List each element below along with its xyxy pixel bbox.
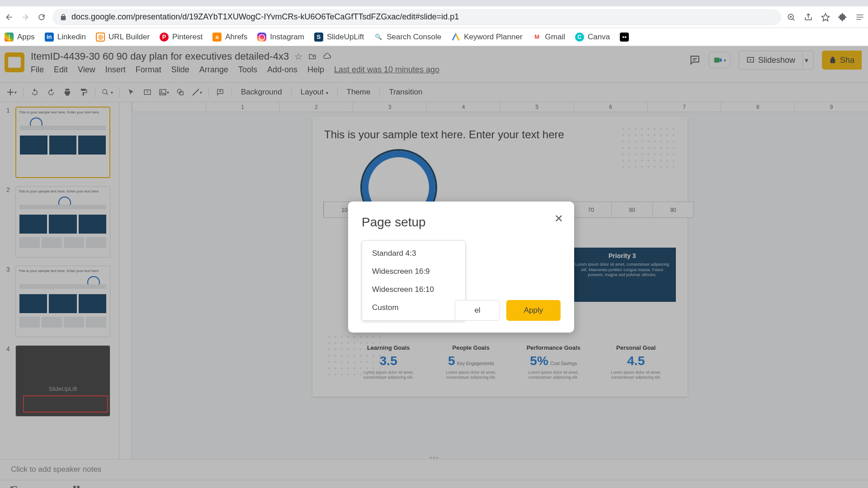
apps-icon: ⋮⋮⋮ (5, 33, 14, 42)
bookmark-slideuplift[interactable]: SSlideUpLift (314, 33, 364, 42)
pinterest-icon: P (160, 33, 169, 42)
keywordplanner-icon (451, 33, 460, 42)
bookmarks-bar: ⋮⋮⋮Apps inLinkedin ◎URL Builder PPintere… (0, 28, 868, 46)
apply-button[interactable]: Apply (506, 300, 561, 321)
dialog-title: Page setup (362, 215, 561, 230)
address-bar[interactable]: docs.google.com/presentation/d/19ZAYbT1X… (52, 9, 781, 25)
instagram-icon: ◯ (257, 33, 266, 42)
bookmark-pinterest[interactable]: PPinterest (160, 33, 203, 42)
medium-icon: •• (620, 33, 629, 42)
bookmark-ahrefs[interactable]: aAhrefs (212, 33, 247, 42)
urlbuilder-icon: ◎ (96, 33, 105, 42)
bookmark-searchconsole[interactable]: 🔍Search Console (374, 33, 441, 42)
bookmark-instagram[interactable]: ◯Instagram (257, 33, 304, 42)
lock-icon (60, 14, 67, 21)
reload-button[interactable] (36, 12, 47, 23)
linkedin-icon: in (45, 33, 54, 42)
bookmark-keywordplanner[interactable]: Keyword Planner (451, 33, 522, 42)
bookmark-medium[interactable]: •• (620, 33, 629, 42)
close-button[interactable]: ✕ (554, 212, 563, 225)
back-button[interactable] (4, 12, 14, 23)
share-url-icon[interactable] (804, 13, 813, 22)
page-setup-dialog: Page setup ✕ Standard 4:3 Widescreen 16:… (348, 202, 574, 333)
slideuplift-icon: S (314, 33, 323, 42)
option-standard-4-3[interactable]: Standard 4:3 (362, 244, 465, 263)
bookmark-urlbuilder[interactable]: ◎URL Builder (96, 33, 150, 42)
ahrefs-icon: a (212, 33, 222, 42)
forward-button[interactable] (20, 12, 31, 23)
bookmark-canva[interactable]: CCanva (575, 33, 610, 42)
canva-icon: C (575, 33, 584, 42)
option-widescreen-16-10[interactable]: Widescreen 16:10 (362, 281, 465, 299)
svg-line-1 (793, 19, 794, 20)
star-icon[interactable] (821, 13, 830, 22)
url-text: docs.google.com/presentation/d/19ZAYbT1X… (71, 12, 459, 22)
chrome-tab-strip (0, 0, 868, 6)
chrome-toolbar: docs.google.com/presentation/d/19ZAYbT1X… (0, 6, 868, 28)
cancel-button[interactable]: el (455, 300, 500, 321)
zoom-icon[interactable] (787, 13, 796, 22)
bookmark-gmail[interactable]: MGmail (533, 33, 565, 42)
extensions-icon[interactable] (838, 13, 847, 22)
page-size-dropdown: Standard 4:3 Widescreen 16:9 Widescreen … (362, 240, 466, 321)
gmail-icon: M (533, 33, 542, 42)
bookmark-linkedin[interactable]: inLinkedin (45, 33, 86, 42)
searchconsole-icon: 🔍 (374, 33, 383, 42)
reading-list-icon[interactable] (855, 13, 864, 22)
bookmark-apps[interactable]: ⋮⋮⋮Apps (5, 33, 35, 42)
option-widescreen-16-9[interactable]: Widescreen 16:9 (362, 263, 465, 281)
option-custom[interactable]: Custom (362, 299, 465, 317)
